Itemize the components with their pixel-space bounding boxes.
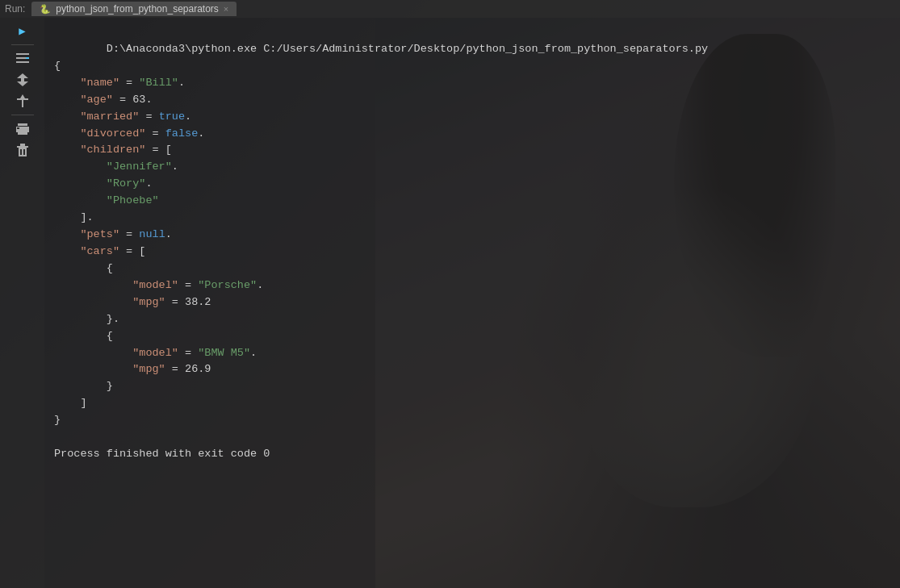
svg-rect-3 [26,57,29,59]
main-area: ▶ [0,18,900,588]
toolbar-divider-1 [11,44,34,45]
svg-rect-10 [17,127,19,129]
tab-close-button[interactable]: × [224,4,228,14]
run-button[interactable]: ▶ [10,21,36,40]
pin-button[interactable] [10,91,36,111]
svg-rect-9 [18,131,27,135]
output-content: D:\Anaconda3\python.exe C:/Users/Adminis… [54,24,890,480]
output-panel[interactable]: D:\Anaconda3\python.exe C:/Users/Adminis… [44,18,900,588]
svg-rect-6 [21,78,24,81]
process-finished-line: Process finished with exit code 0 [54,448,270,460]
svg-marker-4 [17,73,28,78]
svg-rect-12 [20,144,25,146]
run-label: Run: [5,3,25,15]
run-tab[interactable]: 🐍 python_json_from_python_separators × [31,2,237,16]
toolbar-divider-2 [11,115,34,115]
svg-rect-11 [17,146,28,148]
print-button[interactable] [10,119,36,139]
python-icon: 🐍 [40,4,51,15]
svg-rect-0 [16,53,29,55]
svg-rect-15 [23,149,25,155]
left-toolbar: ▶ [0,18,44,588]
svg-rect-2 [16,61,29,63]
svg-rect-14 [20,149,22,155]
svg-marker-5 [17,81,28,86]
delete-button[interactable] [10,140,36,160]
menu-button[interactable] [10,49,36,69]
top-bar: Run: 🐍 python_json_from_python_separator… [0,0,900,18]
svg-rect-13 [19,148,27,156]
ide-container: Run: 🐍 python_json_from_python_separator… [0,0,900,588]
svg-rect-7 [18,123,27,126]
path-line: D:\Anaconda3\python.exe C:/Users/Adminis… [107,43,708,55]
tab-name: python_json_from_python_separators [56,3,218,15]
scroll-button[interactable] [10,70,36,90]
